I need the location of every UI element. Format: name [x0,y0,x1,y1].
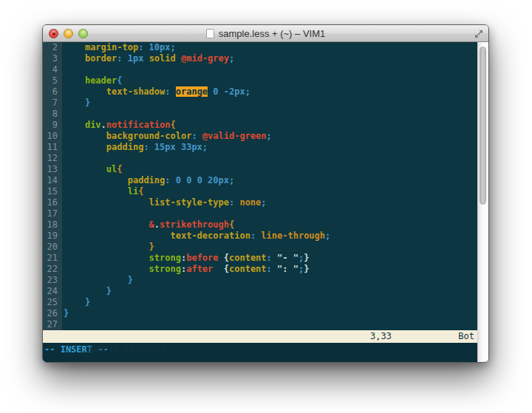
code-line[interactable]: 8 [43,109,477,120]
code-text: } [62,286,112,297]
code-line[interactable]: 13 ul{ [43,164,477,175]
line-number: 11 [43,142,62,153]
code-line[interactable]: 4 [43,64,477,75]
code-line[interactable]: 20 } [43,242,477,253]
fullscreen-button[interactable] [474,29,483,38]
code-line[interactable]: 12 [43,153,477,164]
code-line[interactable]: 6 text-shadow: orange 0 -2px; [43,86,477,98]
code-line[interactable]: 23 } [43,275,477,286]
vim-statusline: sample.less [+] 3,33 Bot [43,330,477,343]
window-content: 2 margin-top: 10px;3 border: 1px solid @… [43,42,488,362]
code-line[interactable]: 18 &.strikethrough{ [43,219,477,231]
code-line[interactable]: 22 strong:after {content: ": ";} [43,264,477,275]
line-number: 2 [43,42,62,53]
code-text: &.strikethrough{ [62,219,234,231]
code-line[interactable]: 19 text-decoration: line-through; [43,231,477,242]
code-text: li{ [62,186,143,197]
code-text [62,319,64,330]
cursor-position: 3,33 [370,330,392,343]
code-line[interactable]: 9 div.notification{ [43,120,477,131]
line-number: 12 [43,153,62,164]
code-text: border: 1px solid @mid-grey; [62,53,234,64]
code-line[interactable]: 27 [43,319,477,330]
line-number: 16 [43,197,62,208]
titlebar[interactable]: sample.less + (~) – VIM1 [43,25,488,42]
code-text [62,153,64,164]
scroll-position: Bot [458,330,474,343]
code-text [62,109,64,120]
code-line[interactable]: 14 padding: 0 0 0 20px; [43,175,477,186]
code-line[interactable]: 26} [43,308,477,319]
line-number: 9 [43,120,62,131]
vim-window: sample.less + (~) – VIM1 2 margin-top: 1… [42,24,489,363]
code-line[interactable]: 25 } [43,297,477,308]
code-line[interactable]: 3 border: 1px solid @mid-grey; [43,53,477,64]
code-text: text-shadow: orange 0 -2px; [62,86,250,98]
fullscreen-icon [474,30,483,38]
code-text: } [62,275,133,286]
line-number: 6 [43,86,62,98]
line-number: 23 [43,275,62,286]
editor-column: 2 margin-top: 10px;3 border: 1px solid @… [43,42,477,362]
line-number: 17 [43,208,62,219]
code-text [62,64,64,75]
scrollbar-thumb[interactable] [480,47,486,205]
traffic-lights [49,29,88,38]
code-text: } [62,98,90,109]
line-number: 22 [43,264,62,275]
line-number: 15 [43,186,62,197]
close-button[interactable] [49,29,58,38]
code-line[interactable]: 17 [43,208,477,219]
code-line[interactable]: 24 } [43,286,477,297]
code-text [62,208,64,219]
code-text: text-decoration: line-through; [62,231,330,242]
line-number: 3 [43,53,62,64]
code-line[interactable]: 11 padding: 15px 33px; [43,142,477,153]
code-line[interactable]: 16 list-style-type: none; [43,197,477,208]
title-group: sample.less + (~) – VIM1 [206,28,326,39]
line-number: 21 [43,253,62,264]
code-line[interactable]: 2 margin-top: 10px; [43,42,477,53]
scrollbar[interactable] [477,42,488,362]
code-text: margin-top: 10px; [62,42,176,53]
code-text: header{ [62,75,123,86]
line-number: 26 [43,308,62,319]
line-number: 25 [43,297,62,308]
code-line[interactable]: 10 background-color: @valid-green; [43,131,477,142]
minimize-button[interactable] [64,29,73,38]
line-number: 5 [43,75,62,86]
code-area[interactable]: 2 margin-top: 10px;3 border: 1px solid @… [43,42,477,330]
line-number: 14 [43,175,62,186]
line-number: 19 [43,231,62,242]
code-text: } [62,242,154,253]
line-number: 8 [43,109,62,120]
file-indicator: sample.less [+] [87,344,167,354]
line-number: 20 [43,242,62,253]
line-number: 18 [43,219,62,231]
code-text: background-color: @valid-green; [62,131,272,142]
code-text: } [62,308,69,319]
code-text: } [62,297,90,308]
line-number: 27 [43,319,62,330]
code-text: padding: 15px 33px; [62,142,208,153]
code-text: div.notification{ [62,120,176,131]
line-number: 13 [43,164,62,175]
document-icon [206,29,214,38]
line-number: 4 [43,64,62,75]
code-line[interactable]: 15 li{ [43,186,477,197]
code-line[interactable]: 7 } [43,98,477,109]
line-number: 24 [43,286,62,297]
code-line[interactable]: 5 header{ [43,75,477,86]
code-text: list-style-type: none; [62,197,267,208]
line-number: 7 [43,98,62,109]
code-text: strong:before {content: "- ";} [62,253,309,264]
window-title: sample.less + (~) – VIM1 [219,28,326,39]
line-number: 10 [43,131,62,142]
code-text: padding: 0 0 0 20px; [62,175,234,186]
code-line[interactable]: 21 strong:before {content: "- ";} [43,253,477,264]
code-text: ul{ [62,164,122,175]
code-text: strong:after {content: ": ";} [62,264,309,275]
zoom-button[interactable] [78,29,88,38]
